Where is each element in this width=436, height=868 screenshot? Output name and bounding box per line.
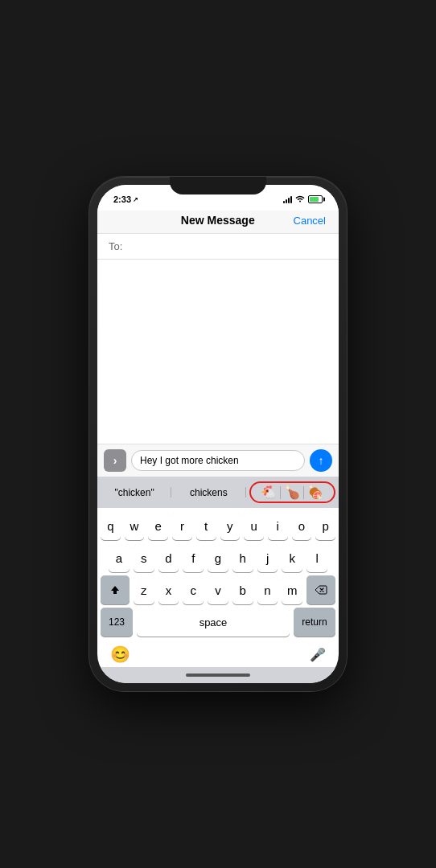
space-key[interactable]: space: [137, 608, 290, 637]
status-time: 2:33 ↗: [113, 194, 138, 204]
key-f[interactable]: f: [183, 543, 204, 572]
emoji-suggestion-3[interactable]: 🍖: [307, 485, 323, 500]
cancel-button[interactable]: Cancel: [294, 215, 326, 227]
keyboard-row-3: z x c v b n m: [97, 572, 339, 604]
key-p[interactable]: p: [315, 511, 335, 540]
keyboard-row-1: q w e r t y u i o p: [97, 508, 339, 540]
key-c[interactable]: c: [183, 575, 204, 604]
key-h[interactable]: h: [232, 543, 253, 572]
emoji-suggestion-2[interactable]: 🍗: [284, 485, 300, 500]
wifi-icon: [295, 195, 305, 204]
key-j[interactable]: j: [257, 543, 278, 572]
emoji-suggestions-group: 🐔 🍗 🍖: [249, 481, 336, 503]
key-123[interactable]: 123: [101, 608, 133, 637]
emoji-suggestion-1[interactable]: 🐔: [261, 485, 277, 500]
to-field[interactable]: To:: [97, 234, 339, 260]
key-q[interactable]: q: [101, 511, 121, 540]
key-d[interactable]: d: [158, 543, 179, 572]
phone-frame: 2:33 ↗: [89, 177, 347, 691]
key-r[interactable]: r: [172, 511, 192, 540]
return-key[interactable]: return: [294, 608, 335, 637]
message-input[interactable]: Hey I got more chicken: [131, 450, 305, 471]
notch: [170, 177, 266, 194]
home-indicator: [97, 667, 339, 683]
key-n[interactable]: n: [257, 575, 278, 604]
message-area[interactable]: [97, 260, 339, 444]
key-v[interactable]: v: [208, 575, 228, 604]
key-t[interactable]: t: [196, 511, 216, 540]
key-k[interactable]: k: [282, 543, 302, 572]
to-label: To:: [109, 240, 122, 252]
page-title: New Message: [181, 214, 255, 227]
key-i[interactable]: i: [268, 511, 288, 540]
key-a[interactable]: a: [109, 543, 130, 572]
apps-button[interactable]: ›: [104, 449, 126, 472]
keyboard-row-2: a s d f g h j k l: [97, 540, 339, 572]
phone-screen: 2:33 ↗: [97, 185, 339, 683]
key-x[interactable]: x: [158, 575, 179, 604]
key-s[interactable]: s: [134, 543, 154, 572]
key-e[interactable]: e: [148, 511, 168, 540]
key-b[interactable]: b: [232, 575, 253, 604]
signal-icon: [283, 195, 292, 203]
keyboard-bottom-row: 123 space return: [97, 604, 339, 640]
shift-key[interactable]: [101, 575, 130, 604]
emoji-mic-row: 😊 🎤: [97, 640, 339, 667]
key-w[interactable]: w: [125, 511, 145, 540]
key-u[interactable]: u: [244, 511, 264, 540]
autocomplete-item-chicken-quoted[interactable]: "chicken": [97, 484, 171, 502]
home-bar: [186, 674, 250, 677]
backspace-key[interactable]: [306, 575, 335, 604]
battery-icon: [308, 195, 323, 203]
send-icon: ↑: [319, 455, 324, 466]
autocomplete-item-chickens[interactable]: chickens: [171, 484, 245, 502]
key-m[interactable]: m: [282, 575, 302, 604]
autocomplete-bar: "chicken" chickens 🐔 🍗 🍖: [97, 477, 339, 508]
key-o[interactable]: o: [292, 511, 312, 540]
key-l[interactable]: l: [306, 543, 327, 572]
emoji-key[interactable]: 😊: [110, 645, 130, 664]
status-icons: [283, 195, 323, 204]
nav-bar: New Message Cancel: [97, 211, 339, 234]
location-icon: ↗: [133, 196, 138, 203]
send-button[interactable]: ↑: [310, 449, 332, 472]
key-g[interactable]: g: [208, 543, 228, 572]
mic-key[interactable]: 🎤: [310, 647, 326, 662]
input-row: › Hey I got more chicken ↑: [97, 444, 339, 477]
key-y[interactable]: y: [220, 511, 241, 540]
key-z[interactable]: z: [134, 575, 154, 604]
